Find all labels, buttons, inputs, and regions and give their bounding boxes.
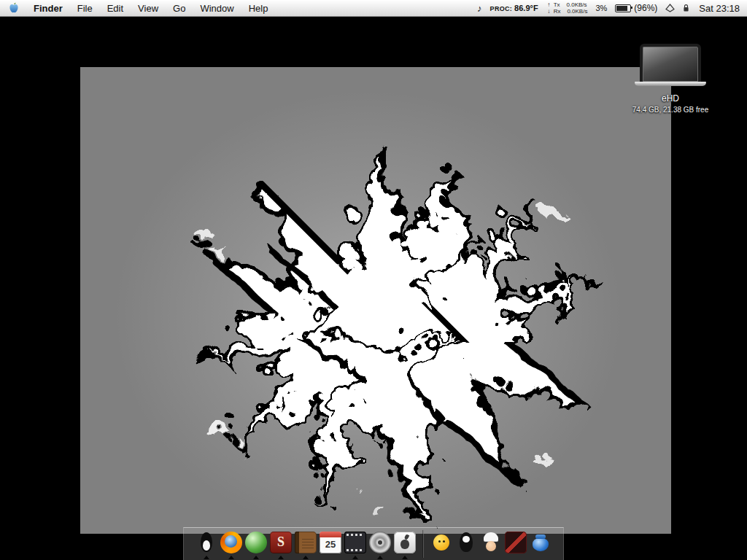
running-indicator: [352, 556, 358, 559]
laptop-drive-icon: [623, 44, 718, 86]
battery-status[interactable]: (96%): [615, 3, 657, 13]
calendar-icon[interactable]: 25: [320, 532, 341, 553]
red-s-app-icon[interactable]: S: [270, 532, 292, 553]
battery-icon: [615, 4, 631, 12]
chef-icon[interactable]: [480, 532, 502, 553]
rx-label: Rx: [554, 8, 561, 15]
running-indicator: [228, 556, 234, 559]
drive-capacity-info: 74.4 GB, 21.38 GB free: [623, 106, 718, 114]
menu-bar-status-area: ♪ PROC: 86.9°F ↑ Tx 0.0KB/s ↓ Rx 0.0KB/s…: [477, 1, 747, 15]
s-app-letter: S: [277, 534, 285, 550]
apple-logo-icon: [9, 2, 19, 14]
running-indicator: [278, 556, 284, 559]
menu-edit[interactable]: Edit: [100, 3, 131, 14]
film-strip-icon[interactable]: [344, 532, 366, 553]
desktop-root: Finder File Edit View Go Window Help ♪ P…: [0, 0, 747, 560]
running-indicator: [402, 556, 408, 559]
dock-separator: [422, 530, 424, 558]
dark-red-app-icon[interactable]: [505, 532, 527, 553]
proc-label: PROC:: [490, 5, 513, 12]
music-note-icon[interactable]: ♪: [477, 3, 482, 14]
dock: S 25: [183, 527, 564, 560]
silver-disc-icon[interactable]: [369, 532, 391, 553]
cpu-usage[interactable]: 3%: [595, 4, 607, 12]
yellow-chick-icon[interactable]: [430, 532, 452, 553]
firefox-icon[interactable]: [220, 532, 242, 553]
menu-bar: Finder File Edit View Go Window Help ♪ P…: [0, 0, 747, 17]
download-arrow-icon: ↓: [546, 8, 551, 15]
apple-logo-app-icon[interactable]: [394, 532, 416, 553]
drive-name: eHD: [623, 93, 718, 104]
active-app-name[interactable]: Finder: [26, 3, 70, 14]
menu-file[interactable]: File: [70, 3, 100, 14]
desktop[interactable]: eHD 74.4 GB, 21.38 GB free S 25: [0, 16, 747, 560]
proc-temperature: 86.9°F: [514, 4, 538, 12]
tux-penguin-icon[interactable]: [196, 532, 217, 553]
tx-rate: 0.0KB/s: [562, 1, 587, 8]
lock-icon[interactable]: [683, 4, 689, 12]
menu-bar-clock[interactable]: Sat 23:18: [697, 3, 740, 14]
running-indicator: [377, 556, 383, 559]
blue-jar-icon[interactable]: [530, 532, 551, 553]
desktop-drive-ehd[interactable]: eHD 74.4 GB, 21.38 GB free: [623, 44, 718, 114]
notebook-icon[interactable]: [295, 532, 317, 553]
menu-go[interactable]: Go: [166, 3, 193, 14]
battery-percent: (96%): [634, 3, 657, 13]
tx-label: Tx: [554, 1, 560, 8]
network-monitor[interactable]: ↑ Tx 0.0KB/s ↓ Rx 0.0KB/s: [546, 1, 588, 15]
running-indicator: [253, 556, 259, 559]
calendar-day: 25: [320, 537, 341, 552]
running-indicator: [204, 556, 209, 559]
calendar-header: [320, 532, 341, 537]
penguin-icon[interactable]: [455, 532, 477, 553]
menu-window[interactable]: Window: [193, 3, 241, 14]
rx-rate: 0.0KB/s: [562, 8, 587, 15]
green-globe-icon[interactable]: [245, 532, 267, 553]
running-indicator: [303, 556, 309, 559]
temperature-monitor[interactable]: PROC: 86.9°F: [490, 4, 538, 12]
menu-view[interactable]: View: [131, 3, 166, 14]
upload-arrow-icon: ↑: [546, 1, 551, 8]
menu-help[interactable]: Help: [241, 3, 276, 14]
apple-menu[interactable]: [0, 2, 26, 14]
airport-icon[interactable]: [665, 4, 675, 12]
